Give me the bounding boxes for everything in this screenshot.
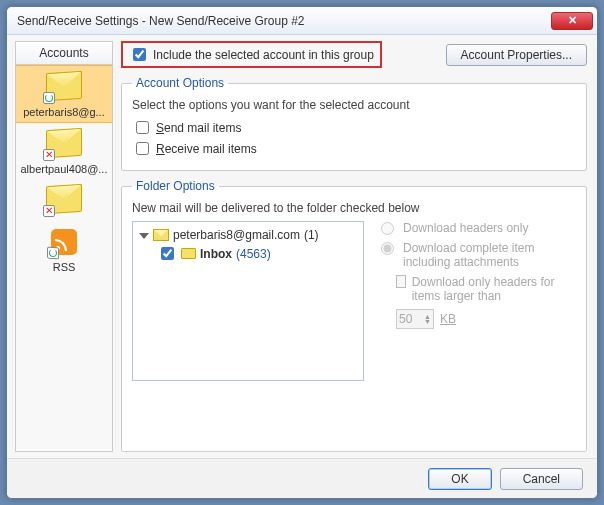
download-full-label: Download complete item including attachm…: [403, 241, 576, 269]
cancel-button[interactable]: Cancel: [500, 468, 583, 490]
expand-icon[interactable]: [139, 233, 149, 239]
inbox-checkbox[interactable]: [161, 247, 174, 260]
download-threshold-label: Download only headers for items larger t…: [412, 275, 576, 303]
download-headers-label: Download headers only: [403, 221, 528, 235]
rss-label: RSS: [51, 257, 78, 273]
folder-tree[interactable]: peterbaris8@gmail.com (1) Inbox (4563): [132, 221, 364, 381]
download-full-radio: [381, 242, 394, 255]
tree-root-label: peterbaris8@gmail.com: [173, 228, 300, 242]
envelope-icon: ✕: [46, 128, 82, 159]
receive-mail-row[interactable]: Receive mail items: [132, 139, 576, 158]
account-label: albertpaul408@...: [18, 159, 109, 175]
download-headers-row: Download headers only: [376, 221, 576, 235]
folder-options-prompt: New mail will be delivered to the folder…: [132, 201, 576, 215]
tree-inbox-row[interactable]: Inbox (4563): [157, 244, 357, 263]
send-mail-row[interactable]: Send mail items: [132, 118, 576, 137]
include-account-checkbox[interactable]: [133, 48, 146, 61]
download-threshold-row: Download only headers for items larger t…: [396, 275, 576, 303]
accounts-sidebar: Accounts peterbaris8@g... ✕ albertpaul40…: [15, 41, 113, 452]
dialog-window: Send/Receive Settings - New Send/Receive…: [6, 6, 598, 499]
folder-options-legend: Folder Options: [132, 179, 219, 193]
folder-options-body: peterbaris8@gmail.com (1) Inbox (4563): [132, 221, 576, 381]
window-title: Send/Receive Settings - New Send/Receive…: [17, 14, 551, 28]
sidebar-account-2[interactable]: ✕: [16, 179, 112, 223]
send-mail-checkbox[interactable]: [136, 121, 149, 134]
include-account-label: Include the selected account in this gro…: [153, 48, 374, 62]
account-properties-button[interactable]: Account Properties...: [446, 44, 587, 66]
threshold-value-box: 50 ▲▼: [396, 309, 434, 329]
sidebar-account-1[interactable]: ✕ albertpaul408@...: [16, 123, 112, 179]
account-label: [62, 215, 66, 219]
error-badge-icon: ✕: [43, 205, 55, 217]
folder-options-group: Folder Options New mail will be delivere…: [121, 179, 587, 452]
close-button[interactable]: ✕: [551, 12, 593, 30]
account-options-group: Account Options Select the options you w…: [121, 76, 587, 171]
envelope-icon: [46, 71, 82, 102]
spinner-arrows-icon: ▲▼: [424, 314, 431, 324]
sync-badge-icon: [43, 92, 55, 104]
threshold-spinbox: 50 ▲▼ KB: [396, 309, 576, 329]
account-label: peterbaris8@g...: [21, 102, 107, 118]
threshold-value: 50: [399, 312, 412, 326]
mailbox-icon: [153, 229, 169, 241]
download-options: Download headers only Download complete …: [376, 221, 576, 381]
folder-icon: [181, 248, 196, 259]
download-threshold-checkbox: [396, 275, 406, 288]
receive-mail-label: Receive mail items: [156, 142, 257, 156]
sidebar-account-0[interactable]: peterbaris8@g...: [16, 65, 112, 123]
titlebar: Send/Receive Settings - New Send/Receive…: [7, 7, 597, 35]
send-mail-label: Send mail items: [156, 121, 241, 135]
sync-badge-icon: [47, 247, 59, 260]
include-account-checkbox-row[interactable]: Include the selected account in this gro…: [121, 41, 382, 68]
main-panel: Include the selected account in this gro…: [117, 35, 597, 458]
download-headers-radio: [381, 222, 394, 235]
inbox-label: Inbox: [200, 247, 232, 261]
rss-icon-wrap: [51, 229, 77, 255]
receive-mail-checkbox[interactable]: [136, 142, 149, 155]
tree-root-row[interactable]: peterbaris8@gmail.com (1): [139, 228, 357, 242]
download-full-row: Download complete item including attachm…: [376, 241, 576, 269]
threshold-unit: KB: [440, 312, 456, 326]
dialog-footer: OK Cancel: [7, 458, 597, 498]
dialog-body: Accounts peterbaris8@g... ✕ albertpaul40…: [7, 35, 597, 458]
top-row: Include the selected account in this gro…: [121, 41, 587, 68]
tree-root-count: (1): [304, 228, 319, 242]
error-badge-icon: ✕: [43, 149, 55, 161]
ok-button[interactable]: OK: [428, 468, 491, 490]
envelope-icon: ✕: [46, 184, 82, 215]
account-options-legend: Account Options: [132, 76, 228, 90]
inbox-count: (4563): [236, 247, 271, 261]
sidebar-rss[interactable]: RSS: [16, 223, 112, 277]
account-options-prompt: Select the options you want for the sele…: [132, 98, 576, 112]
sidebar-header: Accounts: [16, 42, 112, 65]
